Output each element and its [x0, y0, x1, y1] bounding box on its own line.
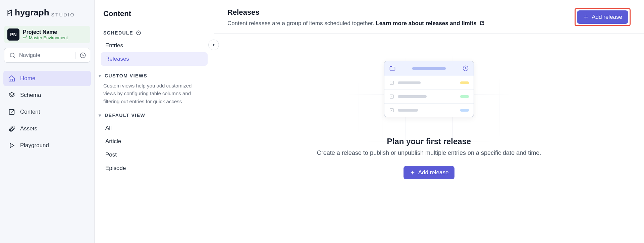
nav-item-assets[interactable]: Assets: [3, 121, 91, 136]
main-header: Releases Content releases are a group of…: [214, 0, 644, 34]
branch-icon: [23, 35, 28, 40]
custom-views-help: Custom views help you add customized vie…: [101, 82, 208, 105]
primary-nav: Home Schema Content Assets Playground: [3, 71, 91, 153]
caret-down-icon: ▾: [99, 113, 102, 118]
nav-item-schema[interactable]: Schema: [3, 87, 91, 103]
main-area: Releases Content releases are a group of…: [214, 0, 644, 243]
clock-icon: [136, 30, 141, 36]
sidebar-secondary: Content SCHEDULE Entries Releases ▾ CUST…: [95, 0, 214, 243]
nav-item-home[interactable]: Home: [3, 71, 91, 86]
clock-icon: [462, 65, 469, 72]
plus-icon: [583, 14, 589, 20]
plus-icon: [410, 170, 416, 176]
navigate-placeholder: Navigate: [19, 52, 40, 58]
default-view-heading[interactable]: ▾ DEFAULT VIEW: [101, 113, 208, 118]
content-panel-title: Content: [101, 9, 208, 18]
nav-label-schema: Schema: [20, 92, 41, 99]
main-body: Plan your first release Create a release…: [214, 34, 644, 243]
default-view-section: ▾ DEFAULT VIEW All Article Post Episode: [101, 113, 208, 175]
project-name: Project Name: [23, 29, 68, 35]
schedule-item-entries[interactable]: Entries: [101, 39, 208, 52]
svg-point-0: [10, 53, 14, 57]
schedule-heading: SCHEDULE: [101, 30, 208, 36]
custom-views-section: ▾ CUSTOM VIEWS Custom views help you add…: [101, 73, 208, 105]
svg-line-1: [14, 57, 15, 58]
home-icon: [8, 75, 15, 82]
search-icon: [9, 52, 16, 59]
default-view-item-article[interactable]: Article: [101, 135, 208, 148]
brand-logo[interactable]: hygraph STUDIO: [3, 7, 91, 18]
navigate-bar: Navigate: [4, 48, 90, 63]
add-release-button[interactable]: Add release: [577, 10, 628, 24]
collapse-left-icon: [211, 42, 216, 48]
folder-icon: [389, 65, 396, 72]
navigate-history-button[interactable]: [75, 52, 90, 59]
play-icon: [8, 142, 15, 149]
layers-icon: [8, 92, 15, 99]
page-title: Releases: [227, 8, 484, 17]
edit-icon: [389, 94, 394, 99]
brand-mark: hygraph: [6, 7, 49, 18]
external-link-icon: [480, 21, 484, 25]
default-view-item-all[interactable]: All: [101, 121, 208, 135]
default-view-item-episode[interactable]: Episode: [101, 162, 208, 175]
sidebar-primary: hygraph STUDIO PN Project Name Master En…: [0, 0, 95, 243]
nav-label-playground: Playground: [20, 142, 49, 149]
hygraph-glyph-icon: [6, 9, 13, 16]
sidebar-collapse-button[interactable]: [208, 40, 219, 50]
empty-state-illustration: [384, 61, 474, 117]
nav-label-home: Home: [20, 75, 35, 82]
caret-down-icon: ▾: [99, 73, 102, 78]
edit-icon: [389, 108, 394, 113]
learn-more-link[interactable]: Learn more about releases and limits: [376, 20, 484, 26]
brand-sub: STUDIO: [51, 12, 75, 17]
brand-name: hygraph: [15, 7, 49, 18]
nav-item-playground[interactable]: Playground: [3, 138, 91, 153]
nav-item-content[interactable]: Content: [3, 104, 91, 120]
nav-label-content: Content: [20, 109, 40, 115]
project-avatar: PN: [7, 28, 19, 41]
paperclip-icon: [8, 125, 15, 132]
project-selector[interactable]: PN Project Name Master Environment: [4, 26, 90, 43]
default-view-item-post[interactable]: Post: [101, 148, 208, 162]
navigate-input[interactable]: Navigate: [4, 52, 75, 59]
schedule-item-releases[interactable]: Releases: [101, 52, 208, 66]
edit-square-icon: [8, 108, 15, 116]
nav-label-assets: Assets: [20, 125, 37, 132]
page-subtitle: Content releases are a group of items sc…: [227, 20, 484, 27]
schedule-section: SCHEDULE Entries Releases: [101, 30, 208, 66]
clock-icon: [79, 52, 86, 59]
project-environment: Master Environment: [23, 35, 68, 40]
custom-views-heading[interactable]: ▾ CUSTOM VIEWS: [101, 73, 208, 78]
add-release-highlight: Add release: [575, 8, 631, 26]
empty-add-release-button[interactable]: Add release: [404, 166, 455, 179]
edit-icon: [389, 80, 394, 85]
